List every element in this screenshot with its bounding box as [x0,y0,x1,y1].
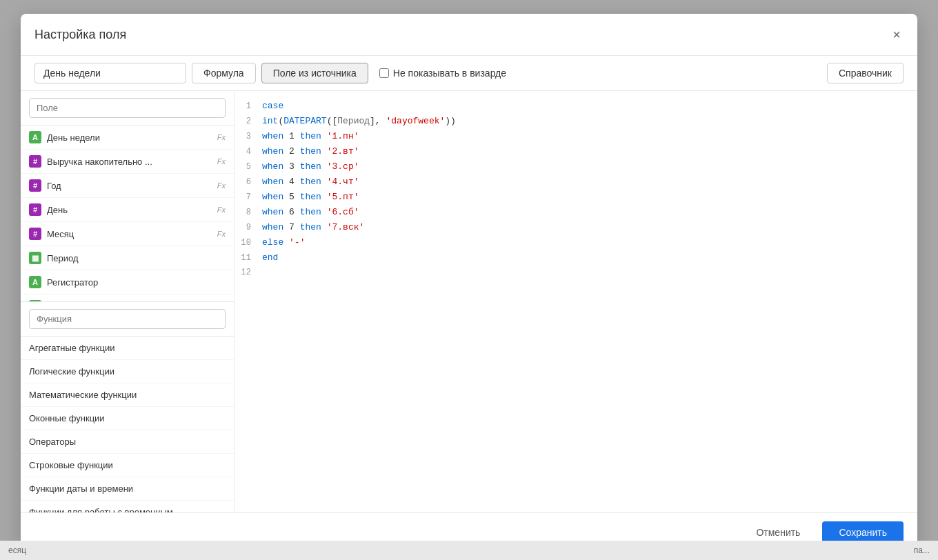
field-list-item[interactable]: ▦ Период [21,246,234,270]
function-list-item[interactable]: Функции для работы с временным [21,501,234,512]
modal-title: Настройка поля [34,28,126,42]
functions-list[interactable]: Агрегатные функцииЛогические функцииМате… [21,337,234,512]
field-type-icon: # [29,179,41,192]
field-list-item[interactable]: # Год Fx [21,174,234,198]
code-editor[interactable]: 1 case 2 int(DATEPART([Период], 'dayofwe… [234,91,917,512]
function-search-container [21,302,234,337]
code-content: when 4 then '4.чт' [262,175,912,190]
line-number: 2 [240,115,262,128]
field-type-icon: # [29,155,41,168]
field-list-item[interactable]: # День Fx [21,198,234,222]
bottom-bar-right: па... [914,546,930,555]
field-type-icon: # [29,203,41,216]
function-list-item[interactable]: Строковые функции [21,454,234,477]
line-number: 4 [240,146,262,159]
code-content: when 6 then '6.сб' [262,206,912,220]
hide-in-wizard-label[interactable]: Не показывать в визарде [379,68,506,79]
modal-overlay: Настройка поля × Формула Поле из источни… [0,0,938,560]
fx-badge: Fx [217,206,226,214]
field-item-name: День недели [47,132,212,143]
field-type-icon: ▦ [29,252,41,264]
code-line: 11 end [234,251,917,266]
code-line: 10 else '-' [234,236,917,251]
close-button[interactable]: × [890,25,904,44]
line-number: 3 [240,130,262,143]
code-content: when 3 then '3.ср' [262,160,912,174]
line-number: 6 [240,176,262,189]
line-number: 11 [240,252,262,265]
code-line: 9 when 7 then '7.вск' [234,221,917,236]
function-list-item[interactable]: Функции даты и времени [21,477,234,501]
function-list-item[interactable]: Агрегатные функции [21,337,234,360]
code-line: 8 when 6 then '6.сб' [234,206,917,221]
field-search-input[interactable] [29,98,226,118]
hide-in-wizard-checkbox[interactable] [379,68,389,78]
field-item-name: День [47,205,212,215]
function-list-item[interactable]: Операторы [21,430,234,454]
field-list-item[interactable]: # Месяц Fx [21,222,234,246]
hide-in-wizard-text: Не показывать в визарде [393,68,506,79]
code-line: 1 case [234,99,917,114]
code-content: when 7 then '7.вск' [262,221,912,235]
left-panel-inner: A День недели Fx # Выручка накопительно … [21,91,234,512]
function-list-item[interactable]: Оконные функции [21,407,234,430]
modal: Настройка поля × Формула Поле из источни… [21,14,917,552]
field-list-item[interactable]: A День недели Fx [21,126,234,150]
fx-badge: Fx [217,133,226,141]
code-content: else '-' [262,236,912,250]
fx-badge: Fx [217,157,226,166]
field-list-item[interactable]: A Регистратор [21,270,234,294]
line-number: 1 [240,100,262,113]
field-list-item[interactable]: # Выручка накопительно ... Fx [21,150,234,174]
code-content: int(DATEPART([Период], 'dayofweek')) [262,114,912,129]
line-number: 12 [240,266,262,279]
field-item-name: Месяц [47,229,212,239]
code-content: when 1 then '1.пн' [262,130,912,144]
field-type-icon: A [29,276,41,288]
field-item-name: Год [47,181,212,191]
bottom-bar: есяц па... [0,541,938,560]
code-line: 7 when 5 then '5.пт' [234,190,917,206]
line-number: 7 [240,191,262,204]
modal-toolbar: Формула Поле из источника Не показывать … [21,56,917,91]
field-name-input[interactable] [34,63,186,83]
field-type-icon: A [29,131,41,143]
code-line: 5 when 3 then '3.ср' [234,160,917,175]
modal-body: A День недели Fx # Выручка накопительно … [21,91,917,512]
code-content: case [262,99,912,114]
line-number: 10 [240,237,262,250]
code-line: 6 when 4 then '4.чт' [234,175,917,190]
function-search-input[interactable] [29,309,226,329]
field-item-name: Выручка накопительно ... [47,157,212,167]
function-list-item[interactable]: Математические функции [21,383,234,407]
code-line: 12 [234,266,917,281]
field-search-container [21,91,234,126]
field-item-name: Период [47,253,226,263]
tab-source-button[interactable]: Поле из источника [261,63,368,83]
fields-list[interactable]: A День недели Fx # Выручка накопительно … [21,126,234,301]
modal-header: Настройка поля × [21,14,917,56]
field-list-item[interactable]: A ЗаказКлиента [21,294,234,301]
fx-badge: Fx [217,181,226,190]
code-content: end [262,251,912,266]
code-line: 2 int(DATEPART([Период], 'dayofweek')) [234,114,917,130]
code-line: 3 when 1 then '1.пн' [234,130,917,145]
field-type-icon: # [29,228,41,240]
field-item-name: Регистратор [47,277,226,288]
help-button[interactable]: Справочник [827,63,904,83]
left-panel: A День недели Fx # Выручка накопительно … [21,91,234,512]
right-panel: 1 case 2 int(DATEPART([Период], 'dayofwe… [234,91,917,512]
bottom-bar-left: есяц [8,546,26,555]
function-list-item[interactable]: Логические функции [21,360,234,383]
line-number: 9 [240,221,262,234]
line-number: 5 [240,161,262,174]
code-content: when 5 then '5.пт' [262,190,912,205]
tab-formula-button[interactable]: Формула [192,63,256,83]
code-content: when 2 then '2.вт' [262,145,912,159]
fx-badge: Fx [217,230,226,238]
code-line: 4 when 2 then '2.вт' [234,145,917,160]
line-number: 8 [240,206,262,219]
